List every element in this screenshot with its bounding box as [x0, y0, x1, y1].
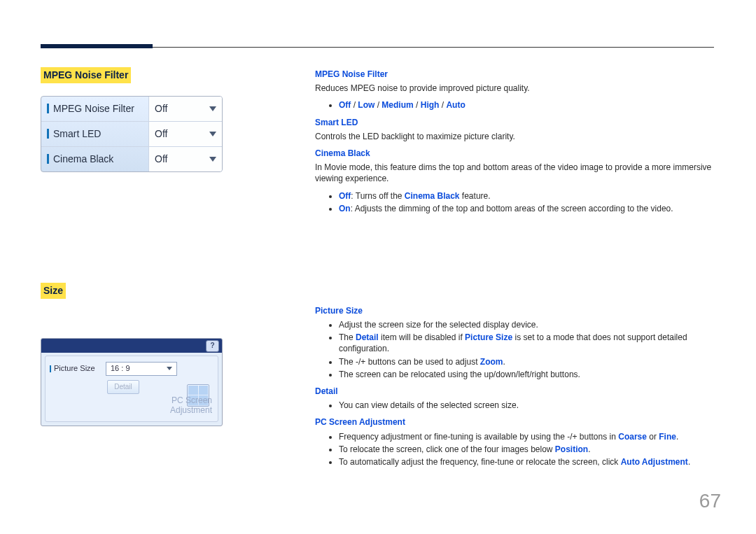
- heading-mpeg-noise-filter: MPEG Noise Filter: [315, 69, 714, 80]
- chevron-down-icon: [167, 367, 172, 370]
- section-heading-mpeg: MPEG Noise Filter: [41, 67, 131, 83]
- osd-row: Smart LED Off: [41, 121, 222, 146]
- list-item: The -/+ buttons can be used to adjust Zo…: [339, 356, 714, 367]
- list-item: On: Adjusts the dimming of the top and b…: [339, 203, 714, 214]
- chevron-down-icon: [209, 106, 216, 111]
- heading-pc-screen-adjustment: PC Screen Adjustment: [315, 416, 714, 428]
- right-column: MPEG Noise Filter Reduces MPEG noise to …: [315, 41, 714, 473]
- body-text: In Movie mode, this feature dims the top…: [315, 162, 714, 184]
- page-number: 67: [699, 488, 721, 514]
- left-column: MPEG Noise Filter MPEG Noise Filter Off …: [41, 41, 265, 426]
- body-text: Controls the LED backlight to maximize p…: [315, 131, 714, 142]
- chevron-down-icon: [209, 157, 216, 162]
- body-text: Reduces MPEG noise to provide improved p…: [315, 83, 714, 94]
- detail-button[interactable]: Detail: [107, 380, 139, 394]
- options-list: Off: Turns off the Cinema Black feature.…: [315, 190, 714, 214]
- smart-led-dropdown[interactable]: Off: [148, 122, 222, 146]
- indicator-icon: [47, 104, 49, 113]
- osd-row-label: Cinema Black: [41, 147, 148, 171]
- osd-row-label: Smart LED: [41, 122, 148, 146]
- bullet-list: You can view details of the selected scr…: [315, 400, 714, 411]
- section-heading-size: Size: [41, 283, 66, 299]
- osd-panel-mpeg: MPEG Noise Filter Off Smart LED Off Cine…: [41, 96, 223, 172]
- page-content: MPEG Noise Filter MPEG Noise Filter Off …: [0, 0, 756, 473]
- heading-smart-led: Smart LED: [315, 117, 714, 128]
- list-item: Frequency adjustment or fine-tuning is a…: [339, 431, 714, 442]
- list-item: You can view details of the selected scr…: [339, 400, 714, 411]
- list-item: To automatically adjust the frequency, f…: [339, 456, 714, 468]
- indicator-icon: [47, 154, 49, 164]
- picture-size-dropdown[interactable]: 16 : 9: [106, 362, 177, 376]
- osd-row: MPEG Noise Filter Off: [41, 97, 222, 121]
- help-icon[interactable]: ?: [206, 340, 219, 352]
- options-list: Off / Low / Medium / High / Auto: [315, 99, 714, 111]
- list-item: The Detail item will be disabled if Pict…: [339, 332, 714, 354]
- osd-panel-size: ? Picture Size 16 : 9 Detail PC ScreenAd…: [41, 338, 223, 426]
- bullet-list: Adjust the screen size for the selected …: [315, 319, 714, 380]
- heading-cinema-black: Cinema Black: [315, 148, 714, 159]
- cinema-black-dropdown[interactable]: Off: [148, 147, 222, 171]
- list-item: The screen can be relocated using the up…: [339, 369, 714, 380]
- list-item: To relocate the screen, click one of the…: [339, 444, 714, 455]
- mpeg-noise-filter-dropdown[interactable]: Off: [148, 97, 222, 121]
- indicator-icon: [47, 129, 49, 139]
- chevron-down-icon: [209, 132, 216, 136]
- header-accent: [41, 44, 153, 48]
- option-values: Off / Low / Medium / High / Auto: [339, 99, 714, 111]
- osd-row-label: MPEG Noise Filter: [41, 97, 148, 121]
- indicator-icon: [50, 365, 51, 372]
- pc-screen-adjustment-label: PC ScreenAdjustment: [170, 395, 212, 416]
- list-item: Off: Turns off the Cinema Black feature.: [339, 190, 714, 202]
- heading-detail: Detail: [315, 386, 714, 397]
- bullet-list: Frequency adjustment or fine-tuning is a…: [315, 431, 714, 468]
- heading-picture-size: Picture Size: [315, 305, 714, 316]
- osd-row: Cinema Black Off: [41, 146, 222, 171]
- picture-size-label: Picture Size: [50, 363, 106, 374]
- list-item: Adjust the screen size for the selected …: [339, 319, 714, 330]
